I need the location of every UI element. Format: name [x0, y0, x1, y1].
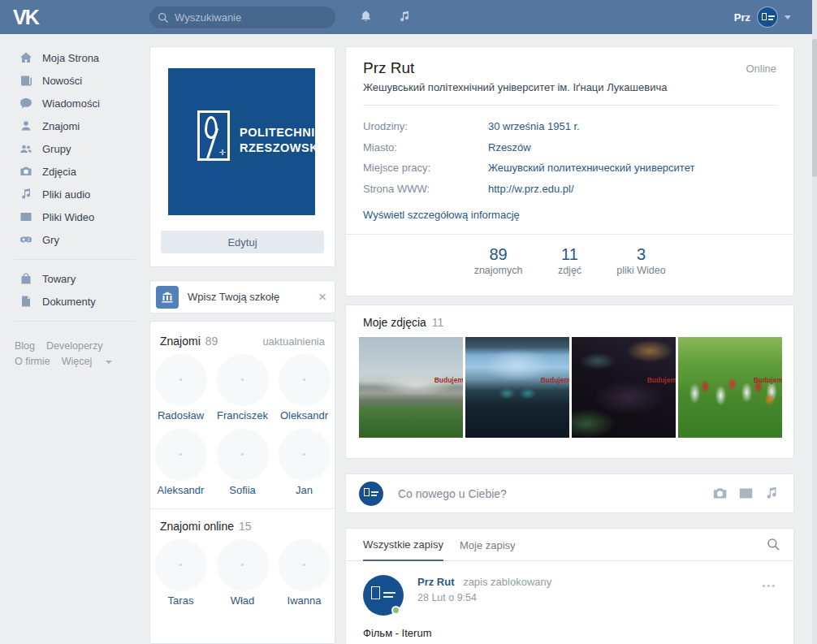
sidebar-item-audio[interactable]: Pliki audio	[0, 183, 149, 205]
sidebar-item-photos[interactable]: Zdjęcia	[0, 160, 149, 183]
friend-name[interactable]: Franciszek	[214, 409, 271, 422]
sidebar-item-video[interactable]: Pliki Wideo	[0, 205, 149, 228]
my-photos-card: Moje zdjęcia 11 Budujem Budujem Budujem …	[345, 305, 794, 459]
detail-value-workplace[interactable]: Жешувский политехнический университет	[488, 158, 694, 179]
detail-value-city[interactable]: Rzeszów	[488, 137, 531, 158]
friend-item[interactable]: Wład	[214, 539, 271, 607]
post-timestamp[interactable]: 28 Lut o 9:54	[417, 592, 551, 603]
friend-avatar[interactable]	[279, 429, 331, 481]
friends-card: Znajomi 89 uaktualnienia Radosław Franci…	[149, 321, 335, 644]
friend-item[interactable]: Taras	[153, 539, 210, 607]
counter-label: pliki Wideo	[612, 265, 672, 276]
about-link[interactable]: O firmie	[15, 356, 50, 367]
sidebar-item-friends[interactable]: Znajomi	[0, 115, 149, 137]
blog-link[interactable]: Blog	[15, 340, 35, 352]
post-author-link[interactable]: Prz Rut	[417, 576, 455, 588]
tab-my-posts[interactable]: Moje zapisy	[460, 529, 516, 560]
tab-all-posts[interactable]: Wszystkie zapisy	[363, 529, 443, 561]
detail-value-birthday[interactable]: 30 września 1951 r.	[488, 116, 580, 137]
counter-value: 11	[540, 244, 600, 264]
online-status: Online	[746, 59, 776, 75]
attach-audio-icon[interactable]	[764, 486, 779, 501]
show-detailed-info-link[interactable]: Wyświetl szczegółową informację	[363, 209, 520, 221]
top-bar: VK Prz	[0, 0, 817, 34]
counter-videos[interactable]: 3 pliki Wideo	[612, 235, 672, 292]
friend-avatar[interactable]	[217, 539, 269, 591]
scrollbar-thumb[interactable]	[812, 39, 817, 177]
sidebar-item-market[interactable]: Towary	[0, 267, 149, 290]
attach-video-icon[interactable]	[738, 486, 754, 501]
detail-label: Urodziny:	[363, 116, 488, 137]
close-icon[interactable]: ×	[318, 290, 326, 304]
developers-link[interactable]: Developerzy	[46, 340, 102, 352]
search-input[interactable]	[175, 11, 321, 24]
sidebar-item-news[interactable]: Nowości	[0, 69, 149, 92]
chevron-down-icon	[785, 15, 791, 19]
composer-input[interactable]: Co nowego u Ciebie?	[398, 487, 712, 500]
sidebar-item-messages[interactable]: Wiadomości	[0, 92, 149, 115]
account-menu[interactable]: Prz	[734, 0, 791, 34]
friend-name[interactable]: Jan	[276, 484, 333, 497]
friends-title[interactable]: Znajomi	[160, 335, 201, 348]
detail-value-website[interactable]: http://w.prz.edu.pl/	[488, 179, 574, 200]
photos-title[interactable]: Moje zdjęcia	[363, 316, 426, 329]
friend-avatar[interactable]	[155, 429, 207, 481]
detail-label: Miasto:	[363, 137, 488, 158]
photo-watermark: Budujem	[541, 376, 569, 384]
sidebar-item-groups[interactable]: Grupy	[0, 137, 149, 160]
sidebar-label: Grupy	[42, 143, 71, 155]
notifications-bell-icon[interactable]	[359, 10, 373, 24]
scrollbar-track[interactable]	[812, 0, 817, 644]
online-indicator	[391, 606, 400, 615]
friend-avatar[interactable]	[279, 539, 331, 591]
school-prompt-text[interactable]: Wpisz Twoją szkołę	[188, 291, 318, 303]
friend-avatar[interactable]	[217, 354, 269, 406]
sidebar-label: Zdjęcia	[42, 166, 76, 178]
wall-post: Prz Rut zapis zablokowany 28 Lut o 9:54 …	[346, 561, 793, 639]
video-icon	[19, 210, 32, 224]
post-menu-icon[interactable]: •••	[762, 581, 776, 590]
edit-profile-button[interactable]: Edytuj	[161, 231, 324, 253]
profile-status-line[interactable]: Жешувський політехнічний університет ім.…	[363, 81, 776, 93]
friend-item[interactable]: Radosław	[153, 354, 210, 422]
friend-name[interactable]: Radosław	[153, 409, 210, 422]
friend-avatar[interactable]	[279, 354, 331, 406]
friend-avatar[interactable]	[155, 354, 207, 406]
friend-item[interactable]: Aleksandr	[153, 429, 210, 497]
friend-item[interactable]: Iwanna	[276, 539, 333, 607]
counter-friends[interactable]: 89 znajomych	[469, 235, 529, 292]
sidebar-item-my-page[interactable]: Moja Strona	[0, 46, 149, 69]
friends-updates-link[interactable]: uaktualnienia	[262, 335, 325, 348]
friend-avatar[interactable]	[217, 429, 269, 481]
photo-thumbnail-campus[interactable]: Budujem	[359, 337, 463, 438]
friend-name[interactable]: Iwanna	[276, 594, 333, 607]
friend-name[interactable]: Aleksandr	[153, 484, 210, 497]
vk-logo[interactable]: VK	[13, 6, 38, 29]
photo-thumbnail-concert[interactable]: Budujem	[572, 337, 676, 438]
friend-name[interactable]: Taras	[153, 594, 210, 607]
friend-name[interactable]: Sofiia	[214, 484, 271, 497]
photo-watermark: Budujem	[647, 376, 676, 384]
friend-name[interactable]: Wład	[214, 594, 271, 607]
messages-icon	[19, 97, 32, 110]
friend-item[interactable]: Franciszek	[214, 354, 271, 422]
post-composer-card: Co nowego u Ciebie?	[345, 473, 794, 513]
counter-photos[interactable]: 11 zdjęć	[540, 235, 600, 292]
sidebar-item-documents[interactable]: Dokumenty	[0, 290, 149, 313]
profile-photo[interactable]: ✛ POLITECHNIKA RZESZOWSKA	[168, 68, 315, 215]
friend-item[interactable]: Oleksandr	[276, 354, 333, 422]
attach-photo-icon[interactable]	[712, 486, 728, 501]
sidebar-item-games[interactable]: Gry	[0, 228, 149, 251]
friend-item[interactable]: Sofiia	[214, 429, 271, 497]
friend-item[interactable]: Jan	[276, 429, 333, 497]
search-box[interactable]	[149, 6, 335, 28]
account-name: Prz	[734, 11, 750, 24]
music-icon[interactable]	[398, 10, 411, 24]
photo-thumbnail-cockpit[interactable]: Budujem	[465, 337, 569, 438]
photo-thumbnail-dancers[interactable]: Budujem	[678, 337, 782, 438]
wall-search-icon[interactable]	[767, 538, 780, 551]
more-link[interactable]: Więcej	[62, 356, 93, 367]
friend-name[interactable]: Oleksandr	[276, 409, 333, 422]
friend-avatar[interactable]	[155, 539, 207, 591]
friends-online-title[interactable]: Znajomi online	[160, 520, 234, 533]
